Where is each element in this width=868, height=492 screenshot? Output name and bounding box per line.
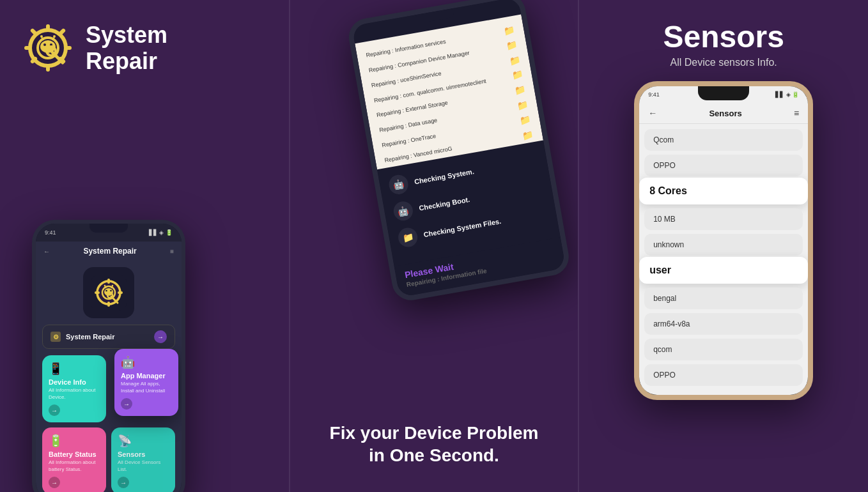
sensor-qcom: Qcom xyxy=(644,129,803,151)
brand-title: System Repair xyxy=(86,22,167,75)
sensor-qcom2: qcom xyxy=(644,339,803,360)
phone1-header: ← System Repair ≡ xyxy=(36,242,182,261)
panel3-title: Sensors xyxy=(663,19,784,54)
battery-title: Battery Status xyxy=(49,450,100,458)
folder-icon-1: 📁 xyxy=(502,22,516,39)
phone1-signal: ▋▋ ◈ 🔋 xyxy=(149,229,173,236)
repair-btn-label: System Repair xyxy=(66,333,114,341)
svg-text:⚙: ⚙ xyxy=(53,334,59,341)
svg-rect-2 xyxy=(46,24,50,32)
svg-rect-22 xyxy=(107,279,110,284)
phone3-signal: ▋▋ ◈ 🔋 xyxy=(775,91,799,98)
brand-logo xyxy=(19,19,77,77)
menu-icon[interactable]: ≡ xyxy=(170,248,174,255)
device-info-arrow[interactable]: → xyxy=(49,404,60,416)
phone1-time: 9:41 xyxy=(45,229,56,236)
sensors-list: Qcom OPPO 8 Cores 10 MB unknown user ben… xyxy=(639,124,808,395)
svg-rect-23 xyxy=(107,302,110,307)
panel1: System Repair 9:41 ▋▋ ◈ 🔋 ← System Repai… xyxy=(0,0,289,492)
svg-point-28 xyxy=(110,290,112,292)
phone3-status-bar: 9:41 ▋▋ ◈ 🔋 xyxy=(639,86,808,103)
phone1-header-title: System Repair xyxy=(50,247,170,256)
app-manager-sub: Manage All apps, Install and Uninstall xyxy=(121,381,172,394)
phone3-header: ← Sensors ≡ xyxy=(639,103,808,124)
sensor-10mb: 10 MB xyxy=(644,208,803,230)
app-manager-title: App Manager xyxy=(121,372,172,380)
panel3: Sensors All Device sensors Info. 9:41 ▋▋… xyxy=(579,0,868,492)
sensor-user: user xyxy=(639,257,808,284)
battery-arrow[interactable]: → xyxy=(49,477,60,488)
sensor-arm64: arm64-v8a xyxy=(644,313,803,335)
check-files-label: Checking System Files. xyxy=(423,217,502,238)
check-files-icon: 📁 xyxy=(397,226,419,249)
svg-rect-3 xyxy=(46,64,50,72)
folder-icon-8: 📁 xyxy=(521,127,534,144)
svg-point-16 xyxy=(53,35,56,38)
phone1-app-icon xyxy=(83,267,134,318)
back-icon[interactable]: ← xyxy=(43,248,50,255)
device-info-sub: All Information about Device. xyxy=(49,387,100,401)
phone3-menu-icon[interactable]: ≡ xyxy=(794,108,799,118)
folder-icon-4: 📁 xyxy=(511,67,524,84)
folder-icon-6: 📁 xyxy=(516,97,529,114)
device-info-card[interactable]: 📱 Device Info All Information about Devi… xyxy=(42,355,106,422)
svg-rect-24 xyxy=(95,291,100,294)
repair-arrow[interactable]: → xyxy=(154,330,167,343)
sensor-oppo1: OPPO xyxy=(644,155,803,176)
phone1-mockup: 9:41 ▋▋ ◈ 🔋 ← System Repair ≡ xyxy=(32,220,198,492)
sensors-title: Sensors xyxy=(118,450,169,458)
svg-point-32 xyxy=(112,285,114,287)
fix-text-line1: Fix your Device Problem xyxy=(330,422,539,444)
app-manager-card[interactable]: 🤖 App Manager Manage All apps, Install a… xyxy=(114,349,178,416)
check-system-label: Checking System. xyxy=(414,167,474,185)
panel2: Repairing : Information services📁 Repair… xyxy=(290,0,578,492)
sensors-card[interactable]: 📡 Sensors All Device Sensors List. → xyxy=(111,427,175,492)
sensor-bengal: bengal xyxy=(644,288,803,309)
folder-icon-5: 📁 xyxy=(513,82,527,99)
svg-point-11 xyxy=(43,43,46,46)
phone3-header-title: Sensors xyxy=(709,109,741,118)
check-boot-icon: 🤖 xyxy=(392,200,414,222)
panel3-subtitle: All Device sensors Info. xyxy=(670,57,777,68)
svg-rect-4 xyxy=(24,46,32,50)
battery-status-card[interactable]: 🔋 Battery Status All Information about b… xyxy=(42,427,106,492)
app-grid: 📱 Device Info All Information about Devi… xyxy=(42,355,175,492)
svg-point-27 xyxy=(105,290,107,292)
panel2-bottom-text: Fix your Device Problem in One Second. xyxy=(330,422,539,466)
fix-text-line2: in One Second. xyxy=(330,444,539,466)
device-info-title: Device Info xyxy=(49,378,100,386)
battery-sub: All Information about battery Status. xyxy=(49,459,100,473)
phone3-back-icon[interactable]: ← xyxy=(648,108,657,118)
sensor-unknown: unknown xyxy=(644,234,803,256)
folder-icon-3: 📁 xyxy=(508,52,522,69)
phone2-mockup: Repairing : Information services📁 Repair… xyxy=(345,0,523,292)
sensors-arrow[interactable]: → xyxy=(118,477,129,488)
svg-point-15 xyxy=(40,35,43,38)
phone3-time: 9:41 xyxy=(648,91,660,98)
brand-area: System Repair xyxy=(19,19,167,77)
sensor-oppo2: OPPO xyxy=(644,364,803,386)
svg-point-31 xyxy=(104,285,106,287)
check-boot-label: Checking Boot. xyxy=(418,196,470,212)
sensor-8cores: 8 Cores xyxy=(639,178,808,204)
svg-rect-25 xyxy=(118,291,123,294)
folder-icon-7: 📁 xyxy=(518,112,532,128)
repair-btn[interactable]: ⚙ System Repair → xyxy=(42,325,175,349)
app-manager-arrow[interactable]: → xyxy=(121,398,132,410)
phone3-mockup: 9:41 ▋▋ ◈ 🔋 ← Sensors ≡ Qcom OPPO 8 Core… xyxy=(634,81,813,400)
sensors-sub: All Device Sensors List. xyxy=(118,459,169,473)
svg-rect-5 xyxy=(64,46,72,50)
check-system-icon: 🤖 xyxy=(387,173,410,196)
phone3-notch xyxy=(698,86,749,100)
folder-icon-2: 📁 xyxy=(506,37,519,54)
phone1-content: ⚙ System Repair → 📱 Device Info All Info… xyxy=(36,261,182,492)
